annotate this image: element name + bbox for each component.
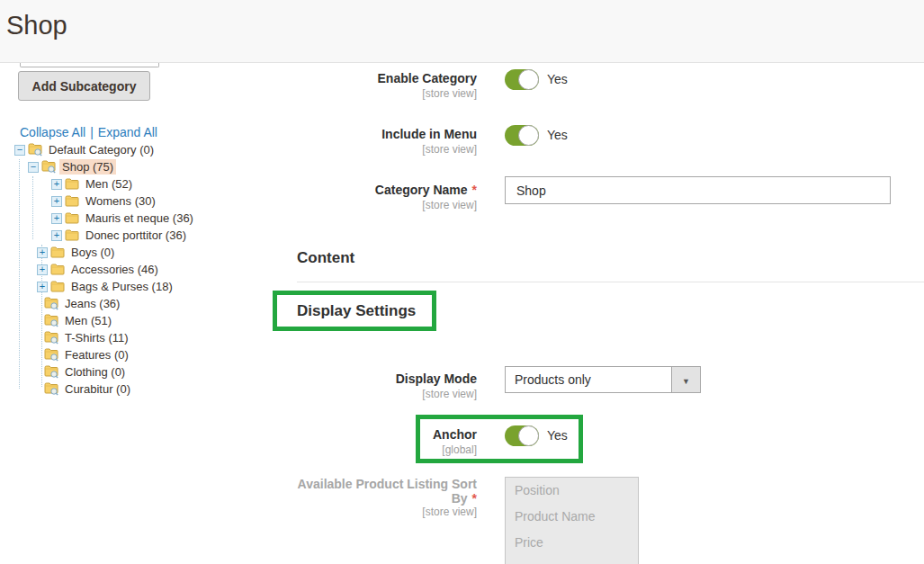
collapse-node-icon[interactable]: − bbox=[14, 145, 25, 156]
content-section-title[interactable]: Content bbox=[297, 249, 354, 267]
folder-icon bbox=[65, 178, 79, 191]
tree-item-label[interactable]: Clothing (0) bbox=[62, 364, 128, 380]
expand-node-icon[interactable]: + bbox=[37, 282, 48, 292]
anchor-scope: [global] bbox=[252, 443, 477, 456]
tree-item-label[interactable]: Curabitur (0) bbox=[62, 381, 133, 397]
tree-item-label[interactable]: T-Shirts (11) bbox=[62, 330, 131, 345]
sort-by-option: Position bbox=[506, 478, 638, 504]
sort-by-multiselect[interactable]: PositionProduct NamePrice bbox=[505, 477, 639, 564]
category-folder-view-icon bbox=[44, 365, 58, 379]
tree-item[interactable]: T-Shirts (11) bbox=[0, 329, 288, 346]
tree-item-label[interactable]: Mauris et neque (36) bbox=[83, 210, 196, 226]
tree-item[interactable]: +Mauris et neque (36) bbox=[0, 210, 288, 227]
category-folder-view-icon bbox=[44, 314, 58, 327]
display-settings-section-title[interactable]: Display Settings bbox=[297, 302, 416, 320]
category-folder-view-icon bbox=[44, 348, 58, 362]
required-asterisk: * bbox=[472, 491, 477, 506]
links-separator: | bbox=[90, 125, 94, 139]
expand-node-icon[interactable]: + bbox=[51, 179, 62, 190]
collapse-node-icon[interactable]: − bbox=[28, 162, 39, 173]
tree-item[interactable]: +Bags & Purses (18) bbox=[0, 278, 288, 295]
tree-item-label[interactable]: Jeans (36) bbox=[62, 296, 122, 311]
toggle-knob bbox=[518, 125, 539, 146]
enable-category-label: Enable Category bbox=[252, 71, 477, 85]
sort-by-label-line2-text: By bbox=[452, 491, 468, 506]
expand-node-icon[interactable]: + bbox=[51, 213, 62, 224]
required-asterisk: * bbox=[472, 183, 477, 197]
expand-node-icon[interactable]: + bbox=[51, 196, 62, 207]
category-folder-view-icon bbox=[28, 143, 42, 157]
tree-item-label[interactable]: Donec porttitor (36) bbox=[83, 228, 189, 243]
folder-icon bbox=[50, 264, 65, 276]
tree-item[interactable]: Curabitur (0) bbox=[0, 380, 288, 398]
sort-by-label-line2: By* bbox=[252, 491, 477, 506]
chevron-down-icon: ▼ bbox=[682, 377, 690, 386]
tree-expand-controls: Collapse All|Expand All bbox=[20, 125, 157, 139]
folder-icon bbox=[65, 212, 79, 225]
content-section-divider bbox=[297, 282, 924, 282]
page-title: Shop bbox=[6, 11, 67, 40]
tree-item[interactable]: Men (51) bbox=[0, 312, 288, 329]
include-in-menu-toggle[interactable] bbox=[505, 125, 539, 146]
anchor-label: Anchor bbox=[252, 427, 477, 442]
category-tree: −Default Category (0)−Shop (75)+Men (52)… bbox=[0, 141, 288, 398]
folder-icon bbox=[65, 195, 79, 208]
display-mode-select-arrow[interactable]: ▼ bbox=[671, 366, 701, 393]
category-name-label-text: Category Name bbox=[375, 183, 468, 197]
include-in-menu-toggle-text: Yes bbox=[547, 128, 568, 142]
folder-icon bbox=[50, 246, 65, 259]
tree-item[interactable]: +Men (52) bbox=[0, 175, 288, 192]
tree-item[interactable]: −Default Category (0) bbox=[0, 141, 288, 158]
folder-icon bbox=[50, 281, 65, 293]
tree-item[interactable]: +Boys (0) bbox=[0, 244, 288, 261]
page-header: Shop bbox=[0, 0, 924, 63]
tree-item[interactable]: +Womens (30) bbox=[0, 192, 288, 210]
tree-item-label[interactable]: Womens (30) bbox=[83, 193, 158, 209]
include-in-menu-label: Include in Menu bbox=[252, 127, 477, 141]
tree-item-label[interactable]: Men (51) bbox=[62, 313, 114, 328]
tree-item[interactable]: Clothing (0) bbox=[0, 363, 288, 380]
category-folder-view-icon bbox=[44, 382, 58, 396]
anchor-toggle-text: Yes bbox=[547, 428, 568, 443]
toggle-knob bbox=[518, 425, 539, 446]
toggle-knob bbox=[518, 69, 539, 90]
expand-node-icon[interactable]: + bbox=[51, 230, 62, 241]
sort-by-scope: [store view] bbox=[252, 506, 477, 518]
tree-item[interactable]: Features (0) bbox=[0, 346, 288, 363]
category-edit-page: Shop Add Subcategory Collapse All|Expand… bbox=[0, 0, 924, 564]
sort-by-option: Price bbox=[506, 530, 638, 556]
tree-item-label[interactable]: Features (0) bbox=[62, 347, 131, 363]
add-root-category-button-partial[interactable] bbox=[20, 63, 159, 67]
anchor-toggle[interactable] bbox=[505, 425, 539, 446]
tree-item-label[interactable]: Men (52) bbox=[83, 176, 135, 192]
tree-item-label[interactable]: Default Category (0) bbox=[46, 142, 157, 157]
tree-item[interactable]: +Donec porttitor (36) bbox=[0, 227, 288, 244]
sort-by-label-line1: Available Product Listing Sort bbox=[252, 477, 477, 491]
tree-item[interactable]: +Accessories (46) bbox=[0, 261, 288, 278]
enable-category-toggle-text: Yes bbox=[547, 72, 568, 86]
expand-node-icon[interactable]: + bbox=[37, 264, 48, 275]
display-mode-select[interactable]: Products only bbox=[505, 366, 672, 393]
tree-item[interactable]: −Shop (75) bbox=[0, 158, 288, 175]
category-folder-view-icon bbox=[44, 297, 58, 310]
enable-category-scope: [store view] bbox=[252, 87, 477, 100]
enable-category-toggle[interactable] bbox=[505, 69, 539, 90]
sort-by-option: Product Name bbox=[506, 504, 638, 530]
expand-all-link[interactable]: Expand All bbox=[98, 125, 157, 139]
expand-node-icon[interactable]: + bbox=[37, 247, 48, 258]
tree-item-label[interactable]: Accessories (46) bbox=[68, 262, 161, 277]
category-name-input[interactable] bbox=[505, 176, 891, 204]
add-subcategory-button[interactable]: Add Subcategory bbox=[18, 71, 150, 101]
tree-item-label[interactable]: Shop (75) bbox=[59, 159, 116, 175]
category-folder-view-icon bbox=[41, 160, 56, 174]
tree-item-label[interactable]: Bags & Purses (18) bbox=[68, 279, 175, 294]
collapse-all-link[interactable]: Collapse All bbox=[20, 125, 85, 139]
category-folder-view-icon bbox=[44, 331, 58, 345]
tree-item-label[interactable]: Boys (0) bbox=[68, 245, 117, 260]
tree-item[interactable]: Jeans (36) bbox=[0, 295, 288, 312]
folder-icon bbox=[65, 229, 79, 242]
